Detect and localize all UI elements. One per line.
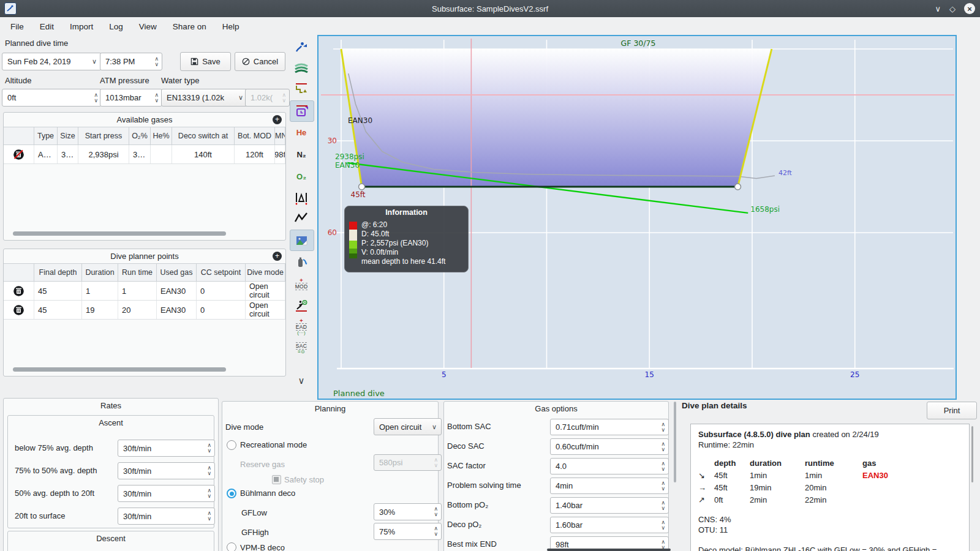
- spin-arrows-icon[interactable]: ∧∨: [207, 488, 211, 499]
- buhlmann-deco-radio[interactable]: [227, 489, 236, 498]
- photos-icon[interactable]: [290, 230, 314, 251]
- column-header[interactable]: Deco switch at: [172, 127, 235, 144]
- column-header[interactable]: Type: [34, 127, 58, 144]
- spin-arrows-icon[interactable]: ∧∨: [661, 422, 665, 433]
- altitude-stepper[interactable]: 0ft∧∨: [2, 89, 102, 107]
- table-cell[interactable]: Open circuit: [246, 301, 285, 319]
- print-button[interactable]: Print: [927, 402, 977, 419]
- table-cell[interactable]: 3…: [129, 145, 151, 163]
- water-type-select[interactable]: EN13319 (1.02k∨: [161, 89, 248, 107]
- gas-option-stepper[interactable]: 1.40bar∧∨: [550, 497, 669, 514]
- gas-switch-icon[interactable]: [290, 252, 313, 272]
- dive-sites-icon[interactable]: [290, 37, 313, 57]
- gas-option-stepper[interactable]: 1.60bar∧∨: [550, 517, 669, 533]
- gas-option-stepper[interactable]: 4min∧∨: [550, 478, 669, 494]
- table-cell[interactable]: 3…: [58, 145, 78, 163]
- table-cell[interactable]: A…: [34, 145, 58, 163]
- mod-icon[interactable]: +MOD: [290, 274, 313, 294]
- column-header[interactable]: Start press: [78, 127, 129, 144]
- delete-row-icon[interactable]: [13, 285, 24, 297]
- column-header[interactable]: Duration: [82, 264, 118, 281]
- table-cell[interactable]: 120ft: [235, 145, 275, 163]
- add-point-button[interactable]: +: [273, 252, 282, 261]
- column-header[interactable]: Dive mode: [246, 264, 285, 281]
- spin-arrows-icon[interactable]: ∧∨: [661, 520, 665, 531]
- vpmb-deco-radio[interactable]: [227, 542, 236, 551]
- menu-share-on[interactable]: Share on: [165, 22, 214, 31]
- table-cell[interactable]: EAN30: [157, 282, 197, 300]
- save-button[interactable]: Save: [180, 52, 231, 71]
- menu-file[interactable]: File: [2, 22, 32, 31]
- menu-help[interactable]: Help: [214, 22, 247, 31]
- table-cell[interactable]: 1: [118, 282, 157, 300]
- table-cell[interactable]: Open circuit: [246, 282, 285, 300]
- heartrate-icon[interactable]: [290, 208, 313, 228]
- cancel-button[interactable]: Cancel: [235, 52, 285, 71]
- water-conditions-icon[interactable]: [290, 58, 313, 78]
- column-header[interactable]: MN: [275, 127, 285, 144]
- toolbar-scroll-down-button[interactable]: ∨: [290, 370, 313, 391]
- table-cell[interactable]: 2,938psi: [78, 145, 129, 163]
- table-cell[interactable]: 0: [197, 282, 246, 300]
- recreational-mode-radio[interactable]: [227, 440, 236, 450]
- table-cell[interactable]: EAN30: [157, 301, 197, 319]
- spin-arrows-icon[interactable]: ∧∨: [207, 465, 211, 476]
- plan-notes-scrollbar[interactable]: [971, 426, 973, 482]
- table-cell[interactable]: 45: [34, 301, 82, 319]
- column-header[interactable]: Run time: [118, 264, 157, 281]
- ascent-rate-stepper[interactable]: 30ft/min∧∨: [118, 440, 215, 457]
- oxygen-pp-icon[interactable]: O₂: [290, 167, 313, 187]
- time-stepper[interactable]: 7:38 PM∧∨: [100, 53, 162, 70]
- gas-option-stepper[interactable]: 0.60cuft/min∧∨: [550, 438, 669, 455]
- spin-arrows-icon[interactable]: ∧∨: [661, 441, 665, 452]
- table-cell[interactable]: 20: [118, 301, 157, 319]
- column-header[interactable]: He%: [151, 127, 172, 144]
- table-cell[interactable]: 0: [197, 301, 246, 319]
- menu-view[interactable]: View: [131, 22, 165, 31]
- ascent-rate-stepper[interactable]: 30ft/min∧∨: [118, 485, 215, 502]
- delete-row-icon[interactable]: [13, 304, 24, 316]
- column-header[interactable]: Bot. MOD: [235, 127, 275, 144]
- bottom-vscrollbar[interactable]: [674, 402, 676, 482]
- spin-arrows-icon[interactable]: ∧∨: [94, 92, 98, 103]
- spin-arrows-icon[interactable]: ∧∨: [661, 461, 665, 472]
- spin-arrows-icon[interactable]: ∧∨: [661, 481, 665, 492]
- dive-mode-select[interactable]: Open circuit∨: [374, 418, 442, 435]
- table-row[interactable]: 4511EAN300Open circuit: [4, 282, 285, 301]
- spin-arrows-icon[interactable]: ∧∨: [207, 443, 211, 454]
- close-icon[interactable]: ×: [964, 3, 975, 14]
- maximize-icon[interactable]: ◇: [949, 4, 956, 13]
- spin-arrows-icon[interactable]: ∧∨: [207, 511, 211, 522]
- date-select[interactable]: Sun Feb 24, 2019∨: [2, 53, 102, 70]
- spin-arrows-icon[interactable]: ∧∨: [154, 56, 159, 67]
- menu-edit[interactable]: Edit: [32, 22, 62, 31]
- atm-pressure-stepper[interactable]: 1013mbar∧∨: [100, 89, 162, 107]
- spin-arrows-icon[interactable]: ∧∨: [661, 500, 665, 511]
- sac-icon[interactable]: SAC≡⊙: [290, 338, 313, 358]
- delete-row-icon[interactable]: [13, 149, 24, 160]
- column-header[interactable]: Final depth: [34, 264, 82, 281]
- gflow-stepper[interactable]: 30%∧∨: [374, 503, 442, 520]
- runner-clock-icon[interactable]: [290, 295, 313, 315]
- column-header[interactable]: O₂%: [129, 127, 151, 144]
- ascent-rate-stepper[interactable]: 30ft/min∧∨: [118, 508, 215, 525]
- column-header[interactable]: Used gas: [157, 264, 197, 281]
- gas-option-stepper[interactable]: 0.71cuft/min∧∨: [550, 419, 669, 435]
- spin-arrows-icon[interactable]: ∧∨: [434, 526, 438, 537]
- tissue-delta-icon[interactable]: [290, 187, 313, 208]
- table-row[interactable]: A…3…2,938psi3…140ft120ft98f: [4, 145, 285, 164]
- table-cell[interactable]: 1: [82, 282, 118, 300]
- dive-profile-chart[interactable]: GF 30/75EAN302938psiEAN301658psi42ft45ft…: [317, 35, 957, 400]
- bottom-scrollbar[interactable]: [547, 549, 671, 551]
- table-cell[interactable]: 19: [82, 301, 118, 319]
- ead-icon[interactable]: +EAD(···): [290, 317, 313, 337]
- table-cell[interactable]: 98f: [275, 145, 285, 163]
- table-cell[interactable]: 140ft: [172, 145, 235, 163]
- menu-import[interactable]: Import: [62, 22, 101, 31]
- column-header[interactable]: CC setpoint: [197, 264, 246, 281]
- spin-arrows-icon[interactable]: ∧∨: [434, 506, 438, 517]
- dive-planner-icon[interactable]: [290, 100, 314, 122]
- gases-hscrollbar[interactable]: [13, 231, 226, 236]
- ascent-rate-stepper[interactable]: 30ft/min∧∨: [118, 462, 215, 479]
- table-cell[interactable]: [151, 145, 172, 163]
